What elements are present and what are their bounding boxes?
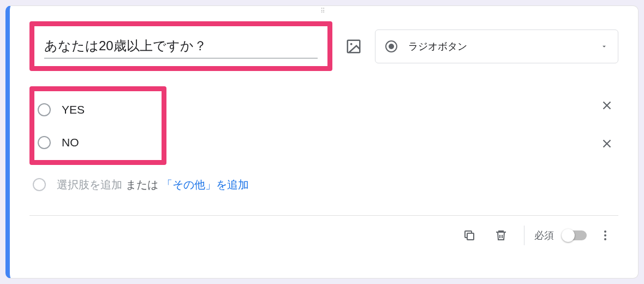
radio-option-icon	[38, 136, 51, 149]
question-card: ⠿ あなたは20歳以上ですか？ ラジオボタン YES	[5, 5, 639, 279]
remove-option-button[interactable]	[595, 94, 618, 119]
image-icon	[345, 38, 362, 55]
add-option-row: 選択肢を追加 または 「その他」を追加	[29, 169, 618, 200]
remove-option-button[interactable]	[595, 132, 618, 157]
required-toggle[interactable]	[563, 230, 587, 240]
radio-option-icon	[33, 178, 46, 191]
option-row: NO	[34, 126, 162, 159]
drag-handle-icon[interactable]: ⠿	[320, 9, 327, 13]
close-icon	[600, 137, 614, 151]
option-row: YES	[34, 93, 162, 126]
required-label: 必須	[534, 229, 554, 242]
svg-point-5	[604, 238, 606, 240]
toggle-knob	[562, 229, 575, 242]
question-input-wrap: あなたは20歳以上ですか？	[34, 26, 327, 66]
copy-icon	[463, 229, 476, 242]
add-image-button[interactable]	[345, 38, 362, 55]
top-row: あなたは20歳以上ですか？ ラジオボタン	[29, 21, 618, 71]
more-options-button[interactable]	[592, 222, 618, 248]
question-type-label: ラジオボタン	[408, 40, 589, 53]
add-other-button[interactable]: 「その他」を追加	[162, 177, 249, 192]
question-type-selector[interactable]: ラジオボタン	[375, 29, 618, 63]
add-option-button[interactable]: 選択肢を追加	[57, 177, 122, 192]
trash-icon	[494, 229, 508, 242]
duplicate-button[interactable]	[456, 222, 482, 248]
svg-point-3	[604, 230, 606, 233]
chevron-down-icon	[600, 43, 608, 50]
radio-icon	[385, 40, 397, 52]
option-label-input[interactable]: YES	[62, 103, 159, 116]
question-title-input[interactable]: あなたは20歳以上ですか？	[44, 37, 318, 58]
option-label-input[interactable]: NO	[62, 136, 159, 149]
vertical-divider	[524, 226, 524, 245]
close-icon	[600, 98, 614, 113]
svg-point-4	[604, 234, 606, 236]
card-footer: 必須	[29, 216, 618, 255]
delete-button[interactable]	[488, 222, 514, 248]
svg-rect-2	[467, 233, 474, 240]
options-highlight: YES NO	[29, 86, 166, 165]
svg-point-1	[350, 43, 353, 45]
question-title-highlight: あなたは20歳以上ですか？	[29, 21, 332, 71]
or-text: または	[126, 177, 158, 192]
options-group: YES NO	[29, 86, 618, 165]
radio-option-icon	[38, 103, 51, 116]
kebab-icon	[599, 229, 612, 242]
